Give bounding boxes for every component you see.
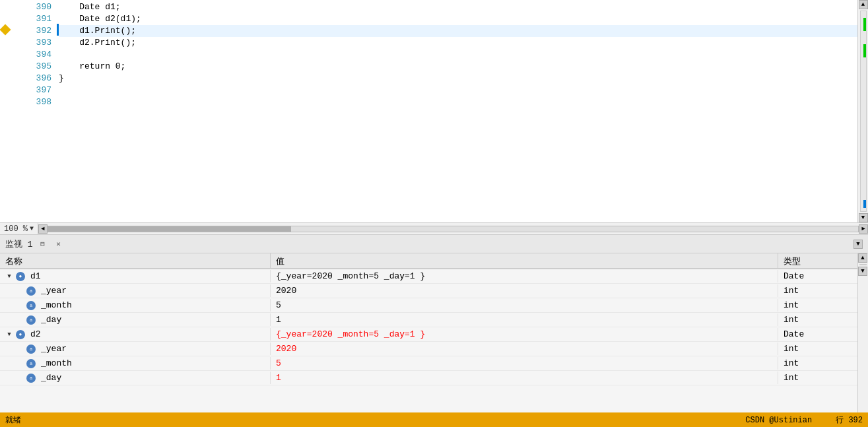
watch-cell-type: int (778, 313, 857, 326)
h-scroll-thumb (48, 226, 291, 232)
line-number: 393 (12, 37, 51, 49)
watch-cell-type: int (778, 372, 857, 384)
watch-cell-type: int (778, 299, 857, 312)
watch-cell-name: a_day (0, 372, 271, 384)
watch-name-text: _year (41, 344, 67, 354)
v-scroll-track[interactable] (860, 11, 867, 212)
watch-name-text: _year (41, 286, 67, 296)
tree-expand-icon[interactable]: ▼ (5, 331, 13, 339)
watch-table-header: 名称 值 类型 (0, 253, 857, 269)
object-icon: ● (16, 330, 25, 339)
line-number: 391 (12, 13, 51, 25)
status-right-text: CSDN @Ustinian 行 392 (745, 414, 863, 426)
watch-cell-value: {_year=2020 _month=5 _day=1 } (271, 270, 778, 282)
watch-scroll-track[interactable] (859, 264, 867, 265)
tree-expand-icon[interactable]: ▼ (5, 273, 13, 280)
code-line[interactable]: } (59, 73, 857, 84)
watch-cell-name: a_year (0, 343, 271, 355)
watch-cell-name: ▼●d1 (0, 270, 271, 282)
gutter-cell (0, 83, 12, 95)
watch-name-text: d2 (30, 329, 41, 339)
watch-cell-value: 5 (271, 299, 778, 312)
watch-cell-type: int (778, 284, 857, 297)
gutter-cell (0, 24, 12, 36)
watch-cell-value: 1 (271, 313, 778, 326)
code-line[interactable]: Date d2(d1); (59, 13, 857, 25)
code-line[interactable] (59, 84, 857, 96)
col-header-name: 名称 (0, 253, 271, 268)
h-scroll-track[interactable] (48, 226, 859, 232)
watch-pin-button[interactable]: ⊟ (37, 238, 49, 250)
vertical-scrollbar[interactable]: ▲ ▼ (857, 0, 868, 222)
code-line[interactable] (59, 49, 857, 61)
gutter-cell (0, 71, 12, 83)
watch-cell-name: a_month (0, 299, 271, 312)
breakpoint-marker (0, 24, 11, 36)
status-line-col: 行 392 (836, 416, 863, 425)
watch-name-text: _day (41, 373, 61, 383)
gutter (0, 0, 12, 222)
table-row[interactable]: a_month5int (0, 298, 857, 313)
code-line[interactable]: return 0; (59, 61, 857, 73)
table-row[interactable]: a_month5int (0, 356, 857, 371)
watch-content: 名称 值 类型 ▼●d1{_year=2020 _month=5 _day=1 … (0, 253, 868, 412)
watch-cell-value: 2020 (271, 284, 778, 297)
line-number: 396 (12, 73, 51, 84)
zoom-dropdown-arrow[interactable]: ▼ (30, 225, 34, 232)
scroll-right-button[interactable]: ► (859, 224, 868, 234)
line-number: 390 (12, 1, 51, 13)
watch-cell-name: ▼●d2 (0, 328, 271, 341)
zoom-area: 100 % ▼ (0, 223, 38, 234)
code-line[interactable] (59, 96, 857, 108)
gutter-cell (0, 0, 12, 12)
col-header-type: 类型 (778, 253, 857, 268)
object-icon: ● (16, 272, 25, 281)
watch-cell-value: 5 (271, 357, 778, 370)
scroll-left-button[interactable]: ◄ (38, 224, 48, 234)
watch-cell-name: a_month (0, 357, 271, 370)
watch-name-text: _month (41, 300, 72, 310)
gutter-cell (0, 95, 12, 107)
table-row[interactable]: a_year2020int (0, 342, 857, 356)
blue-scroll-mark (863, 200, 866, 208)
watch-vertical-scrollbar[interactable]: ▲ ▼ (857, 253, 868, 412)
watch-cell-value: {_year=2020 _month=5 _day=1 } (271, 328, 778, 341)
horizontal-scroll-area[interactable]: 100 % ▼ ◄ ► (0, 222, 868, 234)
status-left-text: 就绪 (5, 414, 21, 426)
table-row[interactable]: a_day1int (0, 313, 857, 327)
code-line[interactable]: Date d1; (59, 1, 857, 13)
col-header-value: 值 (271, 253, 778, 268)
watch-scroll-up[interactable]: ▲ (858, 253, 867, 263)
watch-panel: 监视 1 ⊟ ✕ ▼ 名称 值 类型 ▼●d1{_year=2020 _mont… (0, 234, 868, 412)
watch-name-text: _month (41, 358, 72, 368)
watch-close-button[interactable]: ✕ (53, 238, 65, 250)
code-line[interactable]: d1.Print(); (59, 25, 857, 37)
member-icon: a (26, 315, 36, 325)
member-icon: a (26, 374, 36, 383)
code-editor: 390391392393394395396397398 Date d1; Dat… (0, 0, 868, 234)
scroll-down-button[interactable]: ▼ (859, 213, 868, 222)
watch-cell-value: 2020 (271, 343, 778, 355)
gutter-cell (0, 48, 12, 59)
scroll-up-button[interactable]: ▲ (859, 0, 868, 9)
line-number: 394 (12, 49, 51, 61)
table-row[interactable]: ▼●d1{_year=2020 _month=5 _day=1 }Date (0, 269, 857, 284)
watch-cell-type: int (778, 357, 857, 370)
table-row[interactable]: ▼●d2{_year=2020 _month=5 _day=1 }Date (0, 327, 857, 342)
watch-cell-type: Date (778, 270, 857, 282)
watch-panel-title: 监视 1 (5, 238, 33, 250)
table-row[interactable]: a_year2020int (0, 284, 857, 298)
watch-name-text: _day (41, 315, 61, 325)
watch-panel-arrow[interactable]: ▼ (853, 240, 863, 249)
code-line[interactable]: d2.Print(); (59, 37, 857, 49)
table-row[interactable]: a_day1int (0, 371, 857, 385)
member-icon: a (26, 345, 36, 354)
code-content: 390391392393394395396397398 Date d1; Dat… (0, 0, 868, 222)
line-number: 395 (12, 61, 51, 73)
code-lines-area[interactable]: Date d1; Date d2(d1); d1.Print(); d2.Pri… (59, 0, 857, 222)
status-csdn: CSDN @Ustinian (745, 416, 812, 425)
watch-scroll-down[interactable]: ▼ (858, 267, 867, 276)
watch-rows-container: ▼●d1{_year=2020 _month=5 _day=1 }Datea_y… (0, 269, 857, 385)
watch-name-text: d1 (30, 271, 41, 281)
member-icon: a (26, 301, 36, 310)
